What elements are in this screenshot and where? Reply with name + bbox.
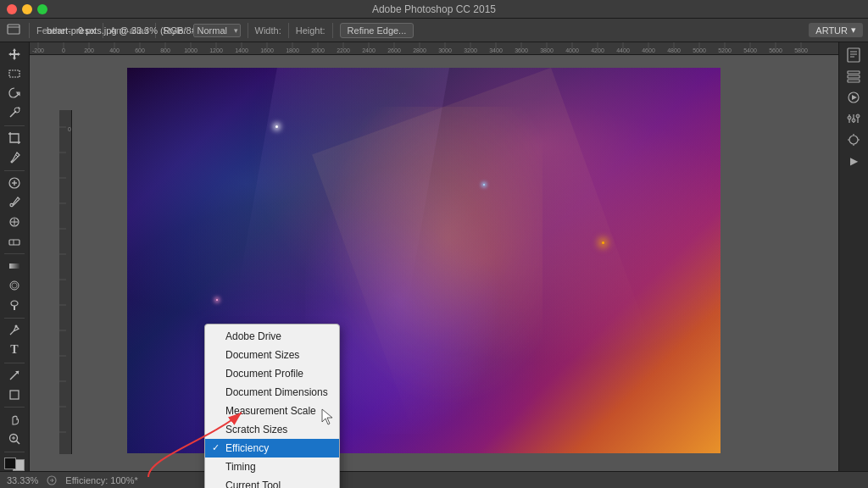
svg-text:4200: 4200 xyxy=(591,47,604,53)
panel-btn-1[interactable] xyxy=(842,46,865,64)
color-swatches[interactable] xyxy=(4,458,25,471)
svg-text:3600: 3600 xyxy=(515,47,528,53)
svg-point-80 xyxy=(12,283,17,288)
svg-text:3000: 3000 xyxy=(438,47,452,53)
menu-item-scratch-sizes[interactable]: Scratch Sizes xyxy=(205,420,339,439)
pen-button[interactable] xyxy=(3,322,26,340)
panel-expand-button[interactable]: ▶ xyxy=(842,152,865,170)
height-label: Height: xyxy=(296,25,326,36)
options-separator-1 xyxy=(29,23,30,38)
eyedropper-button[interactable] xyxy=(3,149,26,167)
menu-item-measurement-scale[interactable]: Measurement Scale xyxy=(205,402,339,420)
svg-text:2400: 2400 xyxy=(362,47,376,53)
menu-item-document-dimensions[interactable]: Document Dimensions xyxy=(205,383,339,402)
type-button[interactable]: T xyxy=(3,341,26,359)
refine-edge-button[interactable]: Refine Edge... xyxy=(340,23,415,38)
window-controls xyxy=(7,4,47,14)
svg-text:2600: 2600 xyxy=(387,47,401,53)
tool-separator-5 xyxy=(4,363,25,363)
minimize-button[interactable] xyxy=(22,4,32,14)
move-tool-button[interactable] xyxy=(3,46,26,64)
menu-item-adobe-drive[interactable]: Adobe Drive xyxy=(205,327,339,346)
svg-text:5200: 5200 xyxy=(718,47,732,53)
svg-text:3400: 3400 xyxy=(489,47,503,53)
svg-point-121 xyxy=(856,114,860,118)
app-title: Adobe Photoshop CC 2015 xyxy=(372,3,496,15)
panel-btn-5[interactable] xyxy=(842,130,865,149)
svg-text:800: 800 xyxy=(160,47,170,53)
canvas-area: 0 xyxy=(30,55,838,471)
hand-button[interactable] xyxy=(3,411,26,429)
svg-text:2200: 2200 xyxy=(337,47,350,53)
tool-separator-6 xyxy=(4,407,25,408)
left-toolbar: T xyxy=(0,42,30,471)
sparkle-2 xyxy=(483,184,485,186)
zoom-level: 33.33% xyxy=(7,475,38,485)
figure-glow xyxy=(305,107,542,435)
document-tab[interactable]: beart-presets.jpg @ 33.3% (RGB/8#) xyxy=(47,19,200,42)
type-icon: T xyxy=(10,343,18,357)
svg-text:1800: 1800 xyxy=(286,47,299,53)
sparkle-3 xyxy=(216,299,218,301)
svg-rect-112 xyxy=(848,75,860,78)
menu-item-timing[interactable]: Timing xyxy=(205,458,339,476)
dodge-button[interactable] xyxy=(3,297,26,314)
healing-button[interactable] xyxy=(3,174,26,191)
svg-text:400: 400 xyxy=(109,47,120,53)
lasso-tool-button[interactable] xyxy=(3,85,26,103)
maximize-button[interactable] xyxy=(37,4,47,14)
title-bar: Adobe Photoshop CC 2015 xyxy=(0,0,868,19)
style-select-wrap[interactable]: Normal xyxy=(193,24,241,37)
magic-wand-button[interactable] xyxy=(3,104,26,122)
dropdown-menu: Adobe DriveDocument SizesDocument Profil… xyxy=(204,324,340,488)
tool-separator-3 xyxy=(4,253,25,254)
right-panel: ▶ xyxy=(838,42,868,471)
panel-btn-3[interactable] xyxy=(842,88,865,107)
menu-item-current-tool[interactable]: Current Tool xyxy=(205,476,339,488)
zoom-button[interactable] xyxy=(3,430,26,448)
svg-point-117 xyxy=(848,116,851,119)
tool-separator-1 xyxy=(4,125,25,126)
status-share-icon[interactable] xyxy=(45,474,58,487)
svg-text:1600: 1600 xyxy=(260,47,274,53)
close-button[interactable] xyxy=(7,4,17,14)
panel-btn-4[interactable] xyxy=(842,109,865,128)
tool-icon xyxy=(5,22,22,39)
brush-button[interactable] xyxy=(3,193,26,211)
gradient-button[interactable] xyxy=(3,258,26,275)
svg-text:600: 600 xyxy=(135,47,145,53)
ruler-left: 0 xyxy=(59,110,72,454)
blur-button[interactable] xyxy=(3,277,26,295)
panel-btn-2[interactable] xyxy=(842,67,865,86)
user-badge[interactable]: ARTUR ▾ xyxy=(809,23,863,37)
svg-point-119 xyxy=(852,119,855,122)
svg-text:5600: 5600 xyxy=(769,47,782,53)
svg-rect-76 xyxy=(9,240,19,245)
marquee-tool-button[interactable] xyxy=(3,65,26,83)
width-label: Width: xyxy=(255,25,281,36)
eraser-button[interactable] xyxy=(3,232,26,250)
menu-item-efficiency[interactable]: Efficiency xyxy=(205,439,339,458)
svg-text:4600: 4600 xyxy=(642,47,655,53)
svg-text:0: 0 xyxy=(62,47,65,53)
style-select[interactable]: Normal xyxy=(193,24,241,37)
status-bar: 33.33% Efficiency: 100%* xyxy=(0,471,868,488)
options-separator-4 xyxy=(248,23,248,38)
svg-rect-78 xyxy=(9,263,19,269)
shape-button[interactable] xyxy=(3,385,26,403)
svg-text:200: 200 xyxy=(84,47,94,53)
path-selection-button[interactable] xyxy=(3,366,26,384)
menu-item-document-profile[interactable]: Document Profile xyxy=(205,364,339,383)
foreground-color-swatch[interactable] xyxy=(4,458,16,469)
user-name: ARTUR xyxy=(815,25,848,36)
svg-text:1200: 1200 xyxy=(209,47,223,53)
svg-rect-0 xyxy=(8,25,19,34)
clone-button[interactable] xyxy=(3,213,26,230)
svg-text:1400: 1400 xyxy=(235,47,248,53)
options-separator-6 xyxy=(332,23,333,38)
svg-rect-85 xyxy=(10,391,19,399)
menu-item-document-sizes[interactable]: Document Sizes xyxy=(205,346,339,364)
crop-tool-button[interactable] xyxy=(3,130,26,147)
tool-separator-4 xyxy=(4,318,25,319)
status-efficiency[interactable]: Efficiency: 100%* xyxy=(65,475,137,485)
